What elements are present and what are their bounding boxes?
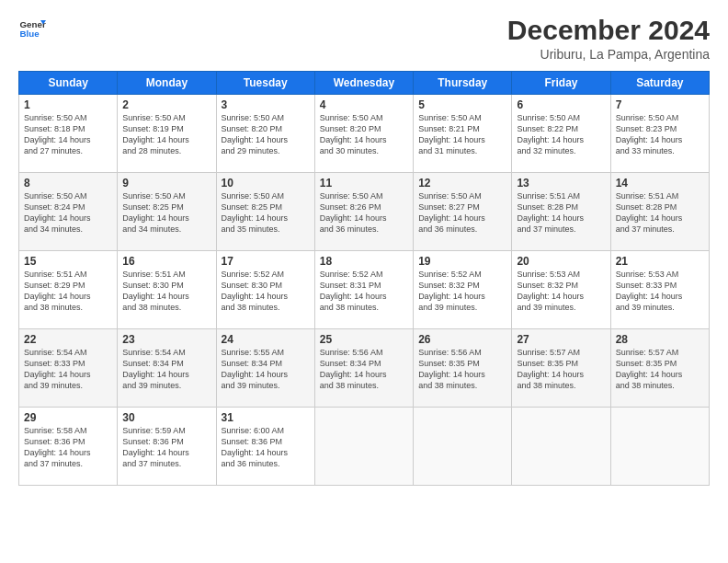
table-row: 14Sunrise: 5:51 AMSunset: 8:28 PMDayligh… [610, 173, 709, 251]
table-row: 6Sunrise: 5:50 AMSunset: 8:22 PMDaylight… [512, 95, 610, 173]
table-row: 18Sunrise: 5:52 AMSunset: 8:31 PMDayligh… [314, 251, 413, 329]
week-row-2: 15Sunrise: 5:51 AMSunset: 8:29 PMDayligh… [19, 251, 710, 329]
table-row: 25Sunrise: 5:56 AMSunset: 8:34 PMDayligh… [314, 329, 413, 408]
table-row: 24Sunrise: 5:55 AMSunset: 8:34 PMDayligh… [216, 329, 314, 408]
week-row-4: 29Sunrise: 5:58 AMSunset: 8:36 PMDayligh… [19, 408, 710, 486]
table-row: 7Sunrise: 5:50 AMSunset: 8:23 PMDaylight… [610, 95, 709, 173]
table-row: 1Sunrise: 5:50 AMSunset: 8:18 PMDaylight… [19, 95, 118, 173]
table-row: 10Sunrise: 5:50 AMSunset: 8:25 PMDayligh… [216, 173, 314, 251]
page: General Blue December 2024 Uriburu, La P… [0, 0, 728, 563]
table-row: 21Sunrise: 5:53 AMSunset: 8:33 PMDayligh… [610, 251, 709, 329]
table-row: 15Sunrise: 5:51 AMSunset: 8:29 PMDayligh… [19, 251, 118, 329]
table-row: 26Sunrise: 5:56 AMSunset: 8:35 PMDayligh… [414, 329, 512, 408]
table-row: 2Sunrise: 5:50 AMSunset: 8:19 PMDaylight… [118, 95, 216, 173]
title-block: December 2024 Uriburu, La Pampa, Argenti… [507, 15, 710, 62]
subtitle: Uriburu, La Pampa, Argentina [507, 47, 710, 62]
col-sunday: Sunday [19, 72, 118, 95]
table-row: 20Sunrise: 5:53 AMSunset: 8:32 PMDayligh… [512, 251, 610, 329]
table-row: 8Sunrise: 5:50 AMSunset: 8:24 PMDaylight… [19, 173, 118, 251]
table-row: 31Sunrise: 6:00 AMSunset: 8:36 PMDayligh… [216, 408, 314, 486]
header-row: Sunday Monday Tuesday Wednesday Thursday… [19, 72, 710, 95]
table-row [414, 408, 512, 486]
table-row: 13Sunrise: 5:51 AMSunset: 8:28 PMDayligh… [512, 173, 610, 251]
table-row: 12Sunrise: 5:50 AMSunset: 8:27 PMDayligh… [414, 173, 512, 251]
table-row [610, 408, 709, 486]
calendar-table: Sunday Monday Tuesday Wednesday Thursday… [18, 71, 710, 486]
col-monday: Monday [118, 72, 216, 95]
table-row: 17Sunrise: 5:52 AMSunset: 8:30 PMDayligh… [216, 251, 314, 329]
header: General Blue December 2024 Uriburu, La P… [18, 15, 710, 62]
col-thursday: Thursday [414, 72, 512, 95]
col-wednesday: Wednesday [314, 72, 413, 95]
week-row-1: 8Sunrise: 5:50 AMSunset: 8:24 PMDaylight… [19, 173, 710, 251]
table-row: 9Sunrise: 5:50 AMSunset: 8:25 PMDaylight… [118, 173, 216, 251]
table-row: 23Sunrise: 5:54 AMSunset: 8:34 PMDayligh… [118, 329, 216, 408]
table-row: 28Sunrise: 5:57 AMSunset: 8:35 PMDayligh… [610, 329, 709, 408]
table-row: 11Sunrise: 5:50 AMSunset: 8:26 PMDayligh… [314, 173, 413, 251]
table-row [314, 408, 413, 486]
table-row: 30Sunrise: 5:59 AMSunset: 8:36 PMDayligh… [118, 408, 216, 486]
logo-icon: General Blue [18, 15, 46, 42]
table-row: 22Sunrise: 5:54 AMSunset: 8:33 PMDayligh… [19, 329, 118, 408]
table-row [512, 408, 610, 486]
col-tuesday: Tuesday [216, 72, 314, 95]
table-row: 16Sunrise: 5:51 AMSunset: 8:30 PMDayligh… [118, 251, 216, 329]
table-row: 19Sunrise: 5:52 AMSunset: 8:32 PMDayligh… [414, 251, 512, 329]
table-row: 29Sunrise: 5:58 AMSunset: 8:36 PMDayligh… [19, 408, 118, 486]
week-row-0: 1Sunrise: 5:50 AMSunset: 8:18 PMDaylight… [19, 95, 710, 173]
table-row: 5Sunrise: 5:50 AMSunset: 8:21 PMDaylight… [414, 95, 512, 173]
table-row: 4Sunrise: 5:50 AMSunset: 8:20 PMDaylight… [314, 95, 413, 173]
col-saturday: Saturday [610, 72, 709, 95]
svg-text:Blue: Blue [20, 29, 40, 39]
week-row-3: 22Sunrise: 5:54 AMSunset: 8:33 PMDayligh… [19, 329, 710, 408]
logo: General Blue [18, 15, 46, 42]
table-row: 27Sunrise: 5:57 AMSunset: 8:35 PMDayligh… [512, 329, 610, 408]
main-title: December 2024 [507, 15, 710, 45]
col-friday: Friday [512, 72, 610, 95]
table-row: 3Sunrise: 5:50 AMSunset: 8:20 PMDaylight… [216, 95, 314, 173]
